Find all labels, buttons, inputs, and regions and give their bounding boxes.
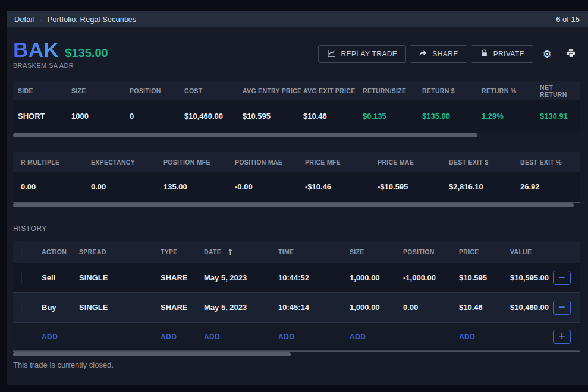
remove-row-button[interactable]: − — [553, 301, 571, 315]
net-return-value: $130.91 — [540, 112, 580, 121]
breadcrumb-portfolio: Portfolio: Regal Securities — [48, 15, 137, 24]
history-row-sell: Sell SINGLE SHARE May 5, 2023 10:44:52 1… — [13, 263, 580, 292]
avg-entry-price-value: $10.595 — [243, 112, 303, 121]
summary-table-scrollbar-thumb[interactable] — [13, 133, 477, 137]
row-checkbox[interactable] — [21, 302, 22, 313]
position-value: -1,000.00 — [403, 273, 459, 282]
col-price-mae: PRICE MAE — [378, 159, 449, 166]
company-name: BRASKEM SA ADR — [13, 62, 108, 69]
print-button[interactable] — [561, 45, 581, 63]
history-table-scrollbar-thumb[interactable] — [13, 352, 291, 356]
spread-value: SINGLE — [79, 303, 161, 312]
gear-icon: ⚙ — [542, 49, 551, 59]
col-date[interactable]: DATE ↑ — [204, 248, 278, 257]
spread-value: SINGLE — [79, 273, 161, 282]
screen: Detail - Portfolio: Regal Securities 6 o… — [0, 0, 588, 392]
col-size: SIZE — [71, 87, 130, 94]
action-value: Sell — [42, 273, 79, 282]
position-mae-value: -0.00 — [235, 182, 305, 191]
col-action: ACTION — [42, 248, 79, 255]
return-percent-value: 1.29% — [482, 112, 540, 121]
plus-icon: + — [558, 332, 566, 341]
add-action-link[interactable]: ADD — [42, 333, 79, 341]
lock-icon — [480, 49, 489, 59]
date-value: May 5, 2023 — [204, 303, 278, 312]
stats-table-header: R MULTIPLE EXPECTANCY POSITION MFE POSIT… — [13, 152, 580, 172]
settings-button[interactable]: ⚙ — [537, 45, 557, 63]
history-table-scrollbar — [13, 351, 580, 356]
add-size-link[interactable]: ADD — [350, 333, 403, 341]
stats-row: 0.00 0.00 135.00 -0.00 -$10.46 -$10.595 … — [13, 172, 580, 202]
add-date-link[interactable]: ADD — [204, 333, 278, 341]
type-value: SHARE — [161, 303, 204, 312]
topbar: Detail - Portfolio: Regal Securities 6 o… — [7, 11, 588, 27]
add-row-button[interactable]: + — [553, 330, 571, 344]
best-exit-dollar-value: $2,816.10 — [449, 182, 520, 191]
price-value: $10.595 — [459, 273, 510, 282]
add-type-link[interactable]: ADD — [161, 333, 204, 341]
chart-line-icon — [327, 49, 336, 59]
stats-table-scrollbar — [13, 202, 580, 207]
private-button[interactable]: PRIVATE — [471, 45, 533, 63]
size-value: 1,000.00 — [350, 273, 403, 282]
trade-detail-panel: Detail - Portfolio: Regal Securities 6 o… — [7, 11, 588, 385]
position-value: 0 — [130, 112, 184, 121]
share-button[interactable]: SHARE — [410, 45, 467, 63]
private-label: PRIVATE — [493, 50, 524, 58]
col-position-mae: POSITION MAE — [235, 159, 305, 166]
symbol-return: $135.00 — [65, 47, 108, 59]
history-title: HISTORY — [13, 225, 588, 233]
return-dollar-value: $135.00 — [422, 112, 482, 121]
trade-pager: 6 of 15 — [556, 15, 580, 24]
col-hist-position: POSITION — [403, 248, 459, 255]
minus-icon: − — [558, 273, 566, 282]
avg-exit-price-value: $10.46 — [303, 112, 363, 121]
symbol-block: BAK $135.00 BRASKEM SA ADR — [13, 39, 108, 69]
symbol: BAK — [13, 39, 59, 60]
col-position-mfe: POSITION MFE — [163, 159, 235, 166]
row-checkbox[interactable] — [21, 272, 22, 283]
remove-row-button[interactable]: − — [553, 271, 571, 285]
col-best-exit-dollar: BEST EXIT $ — [449, 159, 520, 166]
col-date-label: DATE — [204, 248, 221, 255]
history-table-header: ACTION SPREAD TYPE DATE ↑ TIME SIZE POSI… — [13, 241, 580, 263]
summary-table: SIDE SIZE POSITION COST AVG ENTRY PRICE … — [13, 81, 580, 137]
expectancy-value: 0.00 — [91, 182, 163, 191]
value-value: $10,460.00 — [510, 303, 553, 312]
breadcrumb: Detail - Portfolio: Regal Securities — [14, 15, 136, 24]
summary-row: SHORT 1000 0 $10,460.00 $10.595 $10.46 $… — [13, 100, 580, 132]
price-mfe-value: -$10.46 — [305, 182, 378, 191]
stats-table: R MULTIPLE EXPECTANCY POSITION MFE POSIT… — [13, 152, 580, 207]
col-price: PRICE — [459, 248, 510, 255]
col-hist-size: SIZE — [350, 248, 403, 255]
col-price-mfe: PRICE MFE — [305, 159, 378, 166]
col-net-return: NET RETURN — [540, 84, 580, 98]
price-mae-value: -$10.595 — [378, 182, 449, 191]
summary-table-header: SIDE SIZE POSITION COST AVG ENTRY PRICE … — [13, 81, 580, 100]
time-value: 10:44:52 — [278, 273, 350, 282]
col-side: SIDE — [18, 87, 71, 94]
trade-status-text: This trade is currently closed. — [13, 361, 588, 369]
col-avg-exit-price: AVG EXIT PRICE — [303, 87, 363, 94]
type-value: SHARE — [161, 273, 204, 282]
add-price-link[interactable]: ADD — [459, 333, 510, 341]
col-return-dollar: RETURN $ — [422, 87, 482, 94]
share-arrow-icon — [419, 49, 427, 59]
position-mfe-value: 135.00 — [163, 182, 235, 191]
col-return-size: RETURN/SIZE — [363, 87, 422, 94]
date-value: May 5, 2023 — [204, 273, 278, 282]
value-value: $10,595.00 — [510, 273, 553, 282]
header-actions: REPLAY TRADE SHARE PRIVATE ⚙ — [318, 45, 581, 63]
cost-value: $10,460.00 — [184, 112, 243, 121]
col-spread: SPREAD — [79, 248, 161, 255]
col-position: POSITION — [130, 87, 184, 94]
trade-header: BAK $135.00 BRASKEM SA ADR REPLAY TRADE … — [13, 37, 581, 71]
add-time-link[interactable]: ADD — [278, 333, 350, 341]
col-cost: COST — [184, 87, 243, 94]
replay-trade-button[interactable]: REPLAY TRADE — [318, 45, 406, 63]
size-value: 1000 — [71, 112, 130, 121]
return-size-value: $0.135 — [363, 112, 422, 121]
stats-table-scrollbar-thumb[interactable] — [13, 203, 574, 207]
col-best-exit-percent: BEST EXIT % — [520, 159, 580, 166]
select-all-checkbox[interactable] — [21, 246, 22, 257]
